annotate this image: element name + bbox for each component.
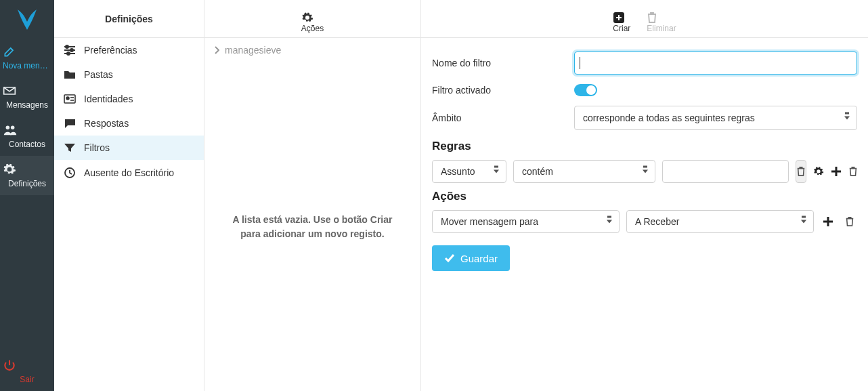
trash-icon [845,216,854,227]
rule-delete-button[interactable] [796,160,806,183]
toolbar-actions-label: Ações [301,24,324,33]
nav-settings-label: Definições [3,179,51,188]
nav-logout[interactable]: Sair [0,352,54,391]
nav-contacts[interactable]: Contactos [0,117,54,156]
compose-icon [3,45,51,58]
settings-item-ausente[interactable]: Ausente do Escritório [54,160,204,186]
trash-icon [647,12,676,24]
nav-settings[interactable]: Definições [0,156,54,195]
svg-point-0 [6,126,9,130]
empty-list-message: A lista está vazia. Use o botão Criar pa… [225,213,400,241]
nav-messages-label: Mensagens [3,100,51,110]
gear-icon [3,163,51,176]
actions-heading: Ações [432,190,857,203]
actions-column: Ações managesieve A lista está vazia. Us… [204,0,421,391]
action-target-selected: A Receber [635,216,679,227]
action-target-select[interactable]: A Receber [626,210,814,233]
settings-item-label: Preferências [84,45,137,56]
settings-item-label: Filtros [84,142,110,153]
people-icon [3,123,51,137]
settings-list: Preferências Pastas Identidades Resposta… [54,38,204,391]
rule-field-select[interactable]: Assunto [432,160,506,183]
breadcrumb-label: managesieve [225,45,281,56]
toolbar-actions-menu[interactable]: Ações [301,12,324,33]
nav-contacts-label: Contactos [3,140,51,149]
power-icon [3,358,51,372]
action-type-selected: Mover mensagem para [441,216,538,227]
settings-item-label: Pastas [84,69,113,80]
plus-icon [831,166,842,177]
actions-toolbar: Ações [204,0,420,38]
rule-value-input[interactable] [662,160,789,183]
filter-enabled-label: Filtro activado [432,85,574,96]
toolbar-delete-label: Eliminar [647,24,676,33]
filter-form: Nome do filtro Filtro activado Âmbito co… [421,38,868,285]
chat-icon [64,118,76,129]
svg-point-1 [11,126,14,130]
svg-point-9 [66,97,69,100]
folder-icon [64,69,76,80]
filter-scope-select[interactable]: corresponde a todas as seguintes regras [574,106,857,130]
svg-point-5 [66,45,68,48]
nav-messages[interactable]: Mensagens [0,77,54,117]
app-sidebar: Nova mens… Mensagens Contactos Definiçõe… [0,0,54,391]
settings-item-label: Ausente do Escritório [84,167,174,178]
nav-new-message-label: Nova mens… [3,61,51,70]
save-button-label: Guardar [460,253,498,264]
clock-icon [64,167,76,179]
rule-field-selected: Assunto [441,166,475,177]
settings-item-filtros[interactable]: Filtros [54,136,204,160]
filter-enabled-toggle[interactable] [574,84,597,96]
settings-item-label: Respostas [84,118,129,129]
rule-remove-button[interactable] [848,160,858,183]
check-icon [444,253,455,263]
plus-square-icon [613,12,630,24]
filter-name-label: Nome do filtro [432,58,574,68]
trash-icon [796,166,806,177]
plus-icon [823,216,833,227]
logo-mark-icon [14,7,41,31]
filter-scope-selected: corresponde a todas as seguintes regras [583,112,755,123]
rule-row: Assunto contém [432,160,857,183]
svg-point-6 [70,49,73,52]
filter-icon [64,142,76,153]
rule-operator-selected: contém [522,166,553,177]
toolbar-delete-button: Eliminar [647,12,676,33]
rules-heading: Regras [432,140,857,153]
mail-icon [3,84,51,98]
action-add-button[interactable] [821,210,836,233]
trash-icon [848,166,858,177]
filter-scope-label: Âmbito [432,112,574,123]
filter-name-input[interactable] [574,52,857,75]
settings-item-pastas[interactable]: Pastas [54,62,204,87]
filterset-breadcrumb[interactable]: managesieve [204,38,420,62]
settings-item-label: Identidades [84,94,133,104]
action-row: Mover mensagem para A Receber [432,210,857,233]
save-button[interactable]: Guardar [432,245,510,271]
action-type-select[interactable]: Mover mensagem para [432,210,620,233]
gear-icon [813,166,824,177]
settings-header: Definições [54,0,204,38]
settings-item-respostas[interactable]: Respostas [54,111,204,136]
main-toolbar: Criar Eliminar [421,0,868,38]
rule-add-button[interactable] [831,160,842,183]
nav-new-message[interactable]: Nova mens… [0,38,54,77]
chevron-right-icon [214,46,219,54]
toolbar-create-label: Criar [613,24,630,33]
settings-column: Definições Preferências Pastas Identidad… [54,0,204,391]
sliders-icon [64,45,76,56]
gear-icon [301,12,324,24]
settings-item-identidades[interactable]: Identidades [54,87,204,111]
nav-logout-label: Sair [3,375,51,384]
toolbar-create-button[interactable]: Criar [613,12,630,33]
app-logo [0,0,54,38]
svg-point-7 [67,52,70,55]
rule-operator-select[interactable]: contém [513,160,655,183]
rule-advanced-button[interactable] [813,160,824,183]
main-column: Criar Eliminar Nome do filtro Filtro act… [421,0,868,391]
action-remove-button[interactable] [842,210,857,233]
filters-list-empty: A lista está vazia. Use o botão Criar pa… [204,62,420,391]
id-card-icon [64,94,76,104]
settings-item-preferencias[interactable]: Preferências [54,38,204,62]
